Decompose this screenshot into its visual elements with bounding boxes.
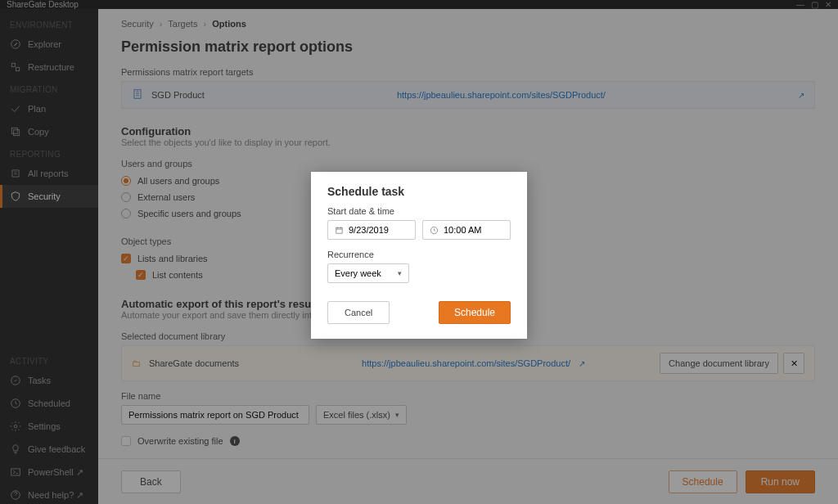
modal-overlay[interactable]: Schedule task Start date & time 9/23/201… [0,0,838,504]
modal-title: Schedule task [327,185,511,198]
time-picker[interactable]: 10:00 AM [422,220,511,240]
start-datetime-label: Start date & time [327,206,511,216]
calendar-icon [335,226,344,235]
svg-rect-11 [336,227,342,233]
time-value: 10:00 AM [444,225,481,235]
cancel-button[interactable]: Cancel [327,301,390,324]
date-value: 9/23/2019 [349,225,389,235]
schedule-task-modal: Schedule task Start date & time 9/23/201… [311,172,527,339]
modal-schedule-button[interactable]: Schedule [439,301,511,324]
recurrence-label: Recurrence [327,250,511,259]
date-picker[interactable]: 9/23/2019 [327,220,416,240]
recurrence-value: Every week [335,268,381,278]
chevron-down-icon: ▾ [398,269,402,277]
clock-icon [430,226,439,235]
recurrence-select[interactable]: Every week ▾ [327,263,409,283]
